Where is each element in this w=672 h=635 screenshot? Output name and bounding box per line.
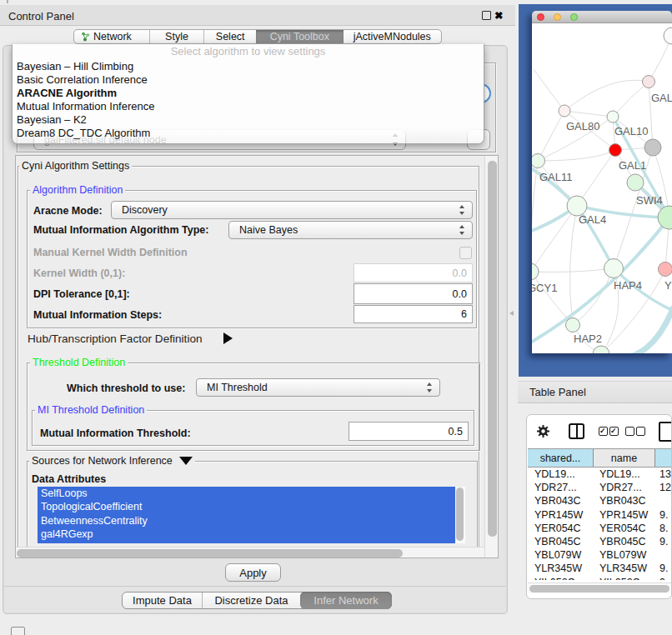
zoom-traffic-light[interactable] — [570, 13, 578, 21]
which-threshold-label: Which threshold to use: — [67, 382, 185, 394]
node-gcy1 — [532, 263, 539, 280]
close-window-icon[interactable]: ✖ — [494, 9, 503, 22]
dpi-tolerance-input[interactable]: 0.0 — [354, 283, 473, 304]
hub-expander-icon[interactable] — [223, 332, 233, 344]
list-item[interactable]: gal4RGexp — [38, 528, 465, 541]
node-gal1 — [609, 144, 622, 157]
popup-item[interactable]: Basic Correlation Inference — [13, 73, 484, 87]
settings-hscrollbar[interactable] — [16, 547, 484, 558]
table-row[interactable]: YPR145WYPR145W9. — [528, 508, 672, 522]
aracne-mode-combo[interactable]: Discovery — [111, 201, 473, 219]
kernel-width-input[interactable]: 0.0 — [354, 263, 473, 282]
dpi-tolerance-label: DPI Tolerance [0,1]: — [33, 288, 130, 300]
table-row[interactable]: YER054CYER054C8. — [528, 522, 672, 535]
mi-type-label: Mutual Information Algorithm Type: — [33, 224, 208, 236]
tab-style[interactable]: Style — [149, 30, 204, 43]
top-tab-bar: Network Style Select Cyni Toolbox jActiv… — [73, 29, 442, 44]
apply-button[interactable]: Apply — [225, 563, 281, 582]
minimized-panel-icon[interactable] — [11, 627, 25, 635]
tab-discretize-data[interactable]: Discretize Data — [202, 592, 300, 608]
minimize-traffic-light[interactable] — [554, 13, 561, 21]
kernel-width-label: Kernel Width (0,1): — [33, 268, 125, 279]
mi-steps-label: Mutual Information Steps: — [33, 309, 162, 321]
table-row[interactable]: YDR27...YDR27...12 — [528, 481, 672, 494]
table-row[interactable]: YBL079WYBL079W — [528, 548, 672, 562]
node-gray — [644, 139, 661, 156]
manual-kernel-checkbox[interactable] — [459, 247, 472, 259]
node-gal80 — [559, 105, 570, 117]
column-header-name[interactable]: name — [594, 449, 655, 467]
svg-text:GAL10: GAL10 — [614, 125, 648, 138]
svg-text:GAL1: GAL1 — [619, 159, 646, 172]
popup-item[interactable]: Dream8 DC_TDC Algorithm — [13, 127, 484, 140]
gear-icon[interactable] — [536, 424, 550, 438]
new-table-icon[interactable] — [659, 422, 672, 442]
mi-type-combo[interactable]: Naive Bayes — [228, 221, 473, 239]
network-nodes[interactable] — [532, 28, 672, 353]
popup-item[interactable]: Mutual Information Inference — [13, 100, 484, 113]
tab-impute-data[interactable]: Impute Data — [123, 592, 202, 608]
close-traffic-light[interactable] — [537, 13, 544, 21]
columns-icon[interactable] — [569, 423, 584, 439]
node-swi4 — [627, 174, 644, 191]
tab-jactivemnodules[interactable]: jActiveMNodules — [344, 30, 441, 43]
select-all-columns-icon2[interactable]: ✓ — [609, 427, 619, 436]
list-item[interactable]: TopologicalCoefficient — [38, 500, 465, 513]
splitter-arrow-icon[interactable] — [509, 311, 514, 316]
control-panel-title: Control Panel — [8, 10, 74, 22]
column-header-shared[interactable]: shared... — [528, 449, 594, 467]
node-bottom — [593, 346, 609, 353]
table-panel-title: Table Panel — [529, 386, 586, 398]
settings-scrollpane: Cyni Algorithm Settings Algorithm Defini… — [15, 155, 499, 558]
list-item[interactable]: BetweennessCentrality — [38, 514, 465, 528]
select-all-columns-icon[interactable]: ✓ — [599, 427, 608, 436]
float-window-icon[interactable] — [482, 11, 491, 20]
tab-network[interactable]: Network — [74, 30, 149, 43]
sources-collapse-icon[interactable] — [179, 457, 193, 465]
node-hap2 — [566, 318, 580, 332]
tab-network-label: Network — [93, 31, 132, 42]
table-hscrollbar[interactable] — [528, 582, 672, 593]
tab-cyni-toolbox[interactable]: Cyni Toolbox — [256, 30, 344, 43]
bottom-tab-bar: Impute Data Discretize Data Infer Networ… — [122, 592, 392, 609]
which-threshold-combo[interactable]: MI Threshold — [196, 378, 440, 397]
list-item[interactable]: SelfLoops — [38, 487, 465, 500]
mi-threshold-input[interactable]: 0.5 — [349, 422, 469, 441]
deselect-columns-icon2[interactable] — [636, 427, 645, 436]
table-row[interactable]: YIL052CYIL052C9. — [528, 576, 672, 580]
mi-steps-input[interactable]: 6 — [354, 305, 473, 323]
cyni-settings-title: Cyni Algorithm Settings — [19, 160, 132, 172]
svg-text:HAP4: HAP4 — [614, 279, 642, 292]
node-gal11 — [532, 154, 545, 168]
deselect-columns-icon[interactable] — [625, 427, 634, 436]
column-header-partial[interactable]: A — [655, 449, 672, 467]
popup-item-selected[interactable]: ARACNE Algorithm — [13, 87, 484, 100]
table-body: YDL19...YDL19...13 YDR27...YDR27...12 YB… — [528, 468, 672, 580]
panel-separator — [3, 586, 506, 587]
network-canvas[interactable]: GAL7 GAL80 GAL10 GAL1 GAL11 SWI4 GAL4 GC… — [532, 23, 672, 353]
table-row[interactable]: YBR043CYBR043C — [528, 494, 672, 508]
manual-kernel-label: Manual Kernel Width Definition — [33, 247, 188, 258]
threshold-title: Threshold Definition — [30, 357, 128, 369]
node-salmon — [659, 262, 672, 277]
svg-text:SWI4: SWI4 — [636, 194, 663, 207]
popup-item[interactable]: Bayesian – Hill Climbing — [13, 60, 484, 73]
table-row[interactable]: YDL19...YDL19...13 — [528, 468, 672, 481]
top-edge-mark — [7, 0, 8, 3]
popup-item[interactable]: Bayesian – K2 — [13, 113, 484, 127]
list-scrollbar[interactable] — [455, 487, 465, 543]
settings-vscrollbar[interactable] — [484, 156, 499, 558]
control-panel-titlebar — [0, 5, 515, 26]
table-row[interactable]: YLR345WYLR345W9. — [528, 562, 672, 575]
network-window: GAL7 GAL80 GAL10 GAL1 GAL11 SWI4 GAL4 GC… — [532, 11, 672, 353]
hub-definition-label: Hub/Transcription Factor Definition — [28, 333, 203, 345]
table-row[interactable]: YBR045CYBR045C9. — [528, 535, 672, 548]
popup-prompt: Select algorithm to view settings — [13, 44, 484, 58]
svg-text:Y: Y — [664, 279, 672, 292]
data-attributes-label: Data Attributes — [32, 473, 106, 485]
tab-infer-network[interactable]: Infer Network — [300, 592, 392, 609]
node-hap4 — [604, 259, 624, 278]
tab-select[interactable]: Select — [203, 30, 256, 43]
table-toolbar-panel: ✓ ✓ shared... name A YDL19...YDL19...13 … — [526, 414, 672, 599]
sources-title: Sources for Network Inference — [29, 455, 195, 468]
